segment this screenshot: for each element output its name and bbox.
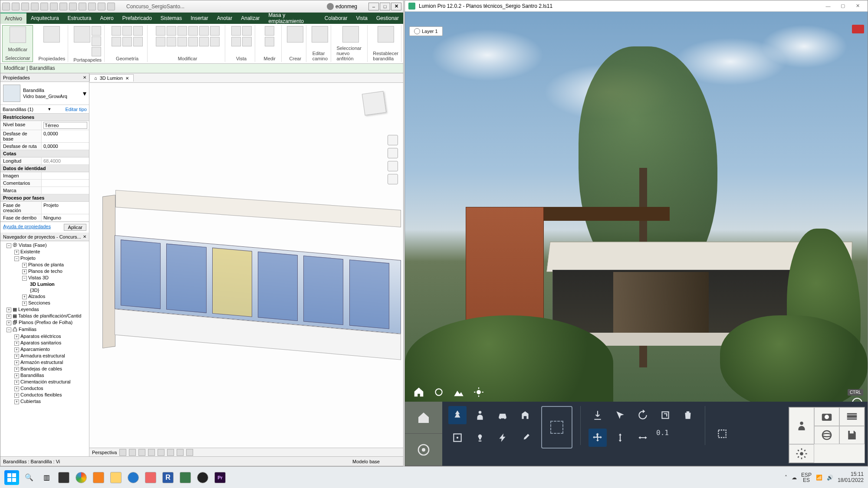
medir-icon[interactable] — [265, 26, 274, 36]
revit-3d-canvas[interactable] — [89, 83, 403, 448]
visibility-icon[interactable] — [414, 28, 420, 34]
properties-help-link[interactable]: Ayuda de propiedades — [3, 224, 51, 231]
steering-wheel-icon[interactable] — [388, 135, 398, 145]
taskbar-app[interactable] — [126, 470, 141, 485]
vc-icon[interactable] — [158, 449, 164, 456]
cut-icon[interactable] — [92, 26, 101, 36]
qat-icon[interactable] — [79, 3, 86, 10]
photo-icon[interactable] — [814, 407, 839, 426]
delete-icon[interactable] — [679, 406, 697, 424]
restablecer-icon[interactable] — [378, 26, 394, 43]
tree-label[interactable]: Armazón estructural — [20, 360, 63, 365]
search-button[interactable]: 🔍 — [22, 470, 36, 485]
taskbar-explorer[interactable] — [108, 470, 123, 485]
prop-value[interactable]: Ninguno — [42, 214, 89, 221]
tree-label[interactable]: Aparatos eléctricos — [20, 334, 61, 339]
expand-icon[interactable]: + — [14, 250, 19, 255]
zoom-icon[interactable] — [388, 161, 398, 171]
lights-category-icon[interactable] — [471, 429, 489, 447]
lang-secondary[interactable]: ES — [801, 478, 812, 483]
nuevo-anfitrion-icon[interactable] — [342, 26, 359, 43]
mod-icon[interactable] — [188, 37, 198, 46]
expand-icon[interactable]: − — [14, 256, 19, 261]
tree-label[interactable]: Planos de planta — [28, 262, 64, 267]
minimize-button[interactable]: — — [822, 2, 835, 10]
expand-icon[interactable]: − — [7, 328, 11, 332]
expand-icon[interactable]: + — [14, 367, 19, 372]
qat-icon[interactable] — [31, 3, 39, 10]
edit-type-button[interactable]: Editar tipo — [65, 107, 87, 112]
tree-label[interactable]: Vistas (Fase) — [19, 242, 47, 248]
nature-category-icon[interactable] — [448, 406, 467, 424]
properties-icon[interactable] — [43, 26, 60, 43]
tree-label[interactable]: Projeto — [20, 255, 36, 261]
tree-label[interactable]: Aparatos sanitarios — [20, 340, 61, 345]
medir-icon[interactable] — [265, 37, 274, 46]
mod-icon[interactable] — [188, 26, 198, 36]
mod-icon[interactable] — [210, 26, 220, 36]
taskbar-chrome[interactable] — [74, 470, 89, 485]
expand-icon[interactable]: − — [7, 243, 11, 248]
mod-icon[interactable] — [156, 26, 165, 36]
dropdown-icon[interactable]: ▾ — [48, 106, 51, 112]
sun-icon[interactable] — [472, 385, 486, 399]
tree-label[interactable]: Bandejas de cables — [20, 366, 62, 371]
move-icon[interactable] — [589, 429, 607, 447]
editor-icon[interactable] — [789, 407, 814, 444]
apply-button[interactable]: Aplicar — [64, 224, 86, 231]
taskbar-revit[interactable]: R — [161, 470, 175, 485]
match-icon[interactable] — [92, 47, 101, 56]
expand-icon[interactable]: + — [22, 301, 27, 306]
pan-icon[interactable] — [388, 148, 398, 158]
tray-onedrive-icon[interactable]: ☁ — [792, 475, 797, 481]
mod-icon[interactable] — [178, 37, 187, 46]
home-icon[interactable] — [412, 385, 426, 399]
vc-icon[interactable] — [119, 449, 126, 456]
taskbar-premiere[interactable]: Pr — [213, 470, 227, 485]
utilities-category-icon[interactable] — [516, 429, 534, 447]
mod-icon[interactable] — [178, 26, 187, 36]
workset-label[interactable]: Modelo base — [352, 459, 380, 464]
view-scale[interactable]: Perspectiva — [92, 450, 117, 455]
paste-icon[interactable] — [74, 26, 90, 43]
taskbar-clock[interactable]: 15:11 18/01/2022 — [838, 472, 864, 483]
expand-icon[interactable]: + — [22, 295, 27, 299]
taskbar-vlc[interactable] — [91, 470, 106, 485]
taskbar-lumion[interactable] — [178, 470, 193, 485]
expand-icon[interactable]: + — [14, 393, 19, 398]
tree-label[interactable]: 3D Lumion — [30, 282, 55, 287]
expand-icon[interactable]: + — [14, 347, 19, 352]
menu-vista[interactable]: Vista — [352, 13, 372, 24]
vc-icon[interactable] — [177, 449, 184, 456]
project-browser[interactable]: −⦿ Vistas (Fase) +Existente −Projeto +Pl… — [0, 241, 89, 456]
tree-label[interactable]: Secciones — [28, 300, 50, 305]
section-restricciones[interactable]: Restricciones — [0, 114, 89, 121]
close-panel-icon[interactable]: ✕ — [83, 75, 86, 80]
prop-value[interactable]: 0,0000 — [42, 143, 89, 150]
people-category-icon[interactable] — [471, 406, 489, 424]
menu-analizar[interactable]: Analizar — [237, 13, 264, 24]
section-datos[interactable]: Datos de identidad — [0, 165, 89, 172]
maximize-button[interactable]: □ — [380, 3, 390, 10]
menu-prefabricado[interactable]: Prefabricado — [118, 13, 156, 24]
expand-icon[interactable]: + — [7, 321, 11, 325]
mod-icon[interactable] — [167, 26, 176, 36]
taskbar-app[interactable] — [195, 470, 210, 485]
expand-icon[interactable]: + — [14, 334, 19, 339]
qat-icon[interactable] — [50, 3, 58, 10]
expand-icon[interactable]: + — [14, 360, 19, 365]
view-tab-3d-lumion[interactable]: ⌂ 3D Lumion ✕ — [89, 74, 134, 82]
menu-anotar[interactable]: Anotar — [213, 13, 237, 24]
tree-label[interactable]: Planos (Prefixo de Folha) — [19, 320, 72, 325]
view-cube[interactable] — [358, 88, 390, 121]
taskbar-app[interactable] — [143, 470, 158, 485]
modify-tool-icon[interactable] — [10, 26, 26, 43]
menu-arquitectura[interactable]: Arquitectura — [26, 13, 63, 24]
movie-icon[interactable] — [839, 407, 865, 426]
menu-masa[interactable]: Masa y emplazamiento — [264, 13, 320, 24]
expand-icon[interactable]: + — [22, 263, 27, 268]
outdoor-category-icon[interactable] — [516, 406, 534, 424]
place-icon[interactable] — [589, 406, 607, 424]
tray-volume-icon[interactable]: 🔊 — [827, 475, 833, 481]
start-button[interactable] — [4, 470, 19, 485]
